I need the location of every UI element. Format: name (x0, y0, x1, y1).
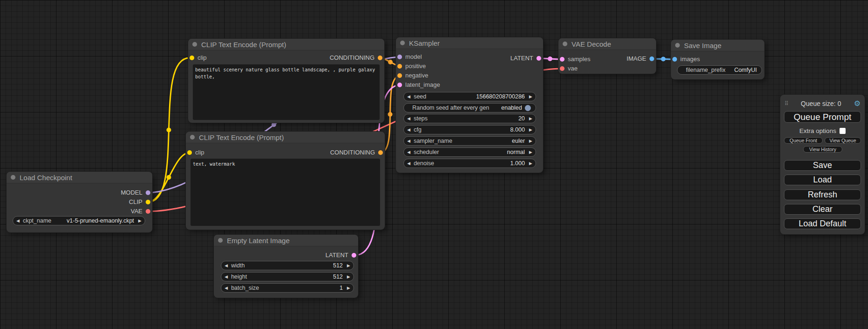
node-load-checkpoint[interactable]: Load Checkpoint MODEL CLIP VAE ◀ ckpt_na… (7, 172, 152, 232)
clip-input-slot[interactable] (187, 150, 192, 155)
queue-front-button[interactable]: Queue Front (784, 137, 823, 144)
clear-button[interactable]: Clear (784, 204, 861, 215)
widget-value: 156680208700286 (476, 93, 525, 100)
save-button[interactable]: Save (784, 160, 861, 171)
positive-input-slot[interactable] (397, 64, 402, 69)
model-output-slot[interactable] (146, 190, 150, 195)
collapse-dot-icon[interactable] (400, 41, 405, 45)
height-widget[interactable]: ◀ height 512 ▶ (221, 272, 354, 281)
filename-prefix-widget[interactable]: filename_prefix ComfyUI (677, 65, 762, 75)
clip-input-slot[interactable] (190, 56, 194, 60)
node-save-image[interactable]: Save Image images filename_prefix ComfyU… (671, 40, 764, 79)
node-vae-decode[interactable]: VAE Decode samples vae IMAGE (558, 38, 656, 74)
increment-arrow-icon[interactable]: ▶ (529, 150, 532, 154)
link-dot (167, 175, 171, 180)
increment-arrow-icon[interactable]: ▶ (529, 161, 532, 166)
latent-image-input-slot[interactable] (397, 83, 402, 87)
widget-label: width (231, 262, 333, 269)
cfg-widget[interactable]: ◀ cfg 8.000 ▶ (403, 125, 536, 134)
increment-arrow-icon[interactable]: ▶ (529, 117, 532, 121)
increment-arrow-icon[interactable]: ▶ (347, 264, 350, 268)
prompt-textarea[interactable]: beautiful scenery nature glass bottle la… (193, 64, 380, 120)
denoise-widget[interactable]: ◀ denoise 1.000 ▶ (403, 159, 536, 168)
widget-label: steps (414, 115, 518, 122)
conditioning-output-slot[interactable] (378, 56, 382, 60)
batch-size-widget[interactable]: ◀ batch_size 1 ▶ (221, 283, 354, 293)
collapse-dot-icon[interactable] (190, 135, 195, 140)
images-input-slot[interactable] (672, 57, 677, 62)
widget-value: normal (507, 149, 525, 155)
steps-widget[interactable]: ◀ steps 20 ▶ (403, 114, 536, 123)
toggle-dot-icon[interactable] (525, 105, 531, 111)
vae-input-slot[interactable] (560, 66, 565, 71)
extra-options-checkbox[interactable] (840, 128, 846, 134)
queue-prompt-button[interactable]: Queue Prompt (784, 111, 861, 123)
random-seed-toggle-widget[interactable]: Random seed after every gen enabled (403, 103, 536, 112)
node-title-bar[interactable]: Empty Latent Image (214, 235, 358, 246)
decrement-arrow-icon[interactable]: ◀ (407, 128, 410, 132)
image-output-slot[interactable] (649, 56, 654, 61)
node-title-bar[interactable]: CLIP Text Encode (Prompt) (188, 39, 384, 50)
node-empty-latent-image[interactable]: Empty Latent Image LATENT ◀ width 512 ▶ … (214, 235, 358, 298)
node-title-bar[interactable]: CLIP Text Encode (Prompt) (186, 132, 385, 143)
latent-output-slot[interactable] (352, 253, 356, 258)
node-title-bar[interactable]: VAE Decode (558, 38, 656, 50)
widget-value: ComfyUI (734, 67, 757, 73)
increment-arrow-icon[interactable]: ▶ (529, 139, 532, 143)
node-clip-text-encode-negative[interactable]: CLIP Text Encode (Prompt) clip CONDITION… (186, 132, 385, 230)
increment-arrow-icon[interactable]: ▶ (138, 219, 141, 223)
input-label: model (405, 53, 422, 60)
prompt-textarea[interactable]: text, watermark (191, 159, 380, 226)
settings-gear-icon[interactable]: ⚙ (854, 100, 861, 107)
clip-output-slot[interactable] (146, 200, 150, 204)
samples-input-slot[interactable] (560, 57, 565, 62)
node-graph-canvas[interactable]: Load Checkpoint MODEL CLIP VAE ◀ ckpt_na… (0, 0, 868, 329)
node-title-bar[interactable]: KSampler (396, 37, 543, 49)
increment-arrow-icon[interactable]: ▶ (347, 286, 350, 290)
model-input-slot[interactable] (397, 55, 402, 59)
refresh-button[interactable]: Refresh (784, 189, 861, 200)
vae-output-slot[interactable] (146, 209, 150, 214)
ckpt-name-widget[interactable]: ◀ ckpt_name v1-5-pruned-emaonly.ckpt ▶ (13, 216, 145, 225)
drag-handle-icon[interactable]: ⠿ (784, 100, 788, 107)
sampler-name-widget[interactable]: ◀ sampler_name euler ▶ (403, 136, 536, 146)
collapse-dot-icon[interactable] (11, 175, 15, 180)
view-queue-button[interactable]: View Queue (825, 137, 861, 144)
decrement-arrow-icon[interactable]: ◀ (225, 264, 228, 268)
collapse-dot-icon[interactable] (218, 238, 223, 243)
decrement-arrow-icon[interactable]: ◀ (407, 161, 410, 166)
node-ksampler[interactable]: KSampler model positive negative latent_… (396, 37, 543, 173)
decrement-arrow-icon[interactable]: ◀ (407, 150, 410, 154)
widget-value: 1.000 (510, 160, 525, 167)
decrement-arrow-icon[interactable]: ◀ (407, 117, 410, 121)
link-dot (272, 122, 276, 127)
decrement-arrow-icon[interactable]: ◀ (225, 275, 228, 279)
collapse-dot-icon[interactable] (192, 42, 197, 47)
decrement-arrow-icon[interactable]: ◀ (407, 95, 410, 99)
width-widget[interactable]: ◀ width 512 ▶ (221, 261, 354, 270)
scheduler-widget[interactable]: ◀ scheduler normal ▶ (403, 147, 536, 157)
load-button[interactable]: Load (784, 175, 861, 185)
node-clip-text-encode-positive[interactable]: CLIP Text Encode (Prompt) clip CONDITION… (188, 39, 384, 123)
latent-output-slot[interactable] (536, 56, 541, 61)
view-history-button[interactable]: View History (803, 146, 842, 153)
widget-value: v1-5-pruned-emaonly.ckpt (67, 217, 134, 224)
collapse-dot-icon[interactable] (675, 43, 680, 48)
decrement-arrow-icon[interactable]: ◀ (407, 139, 410, 143)
collapse-dot-icon[interactable] (563, 42, 567, 46)
input-label: vae (568, 65, 578, 72)
conditioning-output-slot[interactable] (378, 150, 383, 155)
increment-arrow-icon[interactable]: ▶ (347, 275, 350, 279)
increment-arrow-icon[interactable]: ▶ (529, 95, 532, 99)
node-title-bar[interactable]: Save Image (671, 40, 764, 51)
output-label: LATENT (325, 252, 348, 259)
negative-input-slot[interactable] (397, 73, 402, 78)
load-default-button[interactable]: Load Default (784, 218, 861, 229)
seed-widget[interactable]: ◀ seed 156680208700286 ▶ (403, 92, 536, 101)
node-title-bar[interactable]: Load Checkpoint (7, 172, 152, 183)
input-label: images (680, 56, 700, 63)
decrement-arrow-icon[interactable]: ◀ (225, 286, 228, 290)
decrement-arrow-icon[interactable]: ◀ (16, 219, 20, 223)
increment-arrow-icon[interactable]: ▶ (529, 128, 532, 132)
output-label: CONDITIONING (330, 54, 374, 61)
